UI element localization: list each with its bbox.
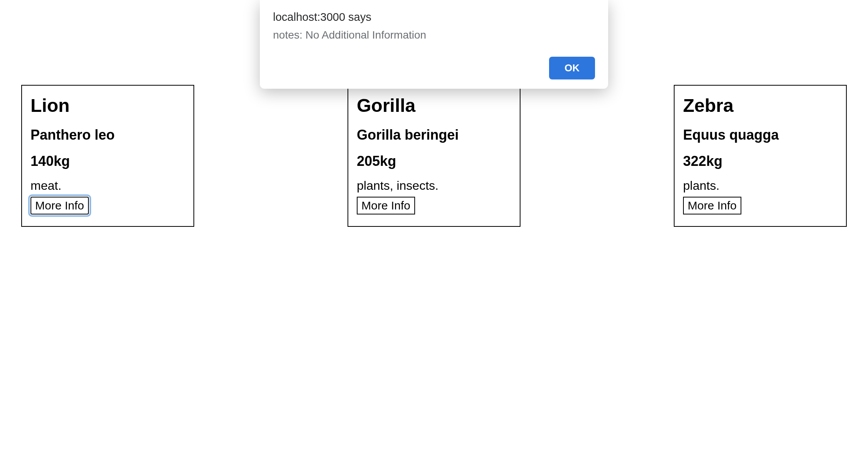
animal-species: Panthero leo <box>31 127 185 143</box>
animal-weight: 140kg <box>31 153 185 169</box>
more-info-button[interactable]: More Info <box>31 197 89 214</box>
animal-name: Lion <box>31 95 185 116</box>
animal-name: Zebra <box>683 95 837 116</box>
animal-weight: 205kg <box>357 153 511 169</box>
animal-diet: meat. <box>31 179 185 193</box>
alert-ok-button[interactable]: OK <box>549 57 595 79</box>
animal-name: Gorilla <box>357 95 511 116</box>
animal-species: Gorilla beringei <box>357 127 511 143</box>
alert-message: notes: No Additional Information <box>273 29 595 41</box>
alert-dialog: localhost:3000 says notes: No Additional… <box>260 0 608 89</box>
alert-title: localhost:3000 says <box>273 11 595 24</box>
animal-diet: plants. <box>683 179 837 193</box>
animal-species: Equus quagga <box>683 127 837 143</box>
animal-card-lion: Lion Panthero leo 140kg meat. More Info <box>21 85 194 227</box>
alert-actions: OK <box>273 57 595 79</box>
animal-weight: 322kg <box>683 153 837 169</box>
animal-card-zebra: Zebra Equus quagga 322kg plants. More In… <box>674 85 847 227</box>
animal-diet: plants, insects. <box>357 179 511 193</box>
more-info-button[interactable]: More Info <box>683 197 741 214</box>
animal-card-gorilla: Gorilla Gorilla beringei 205kg plants, i… <box>348 85 520 227</box>
more-info-button[interactable]: More Info <box>357 197 415 214</box>
